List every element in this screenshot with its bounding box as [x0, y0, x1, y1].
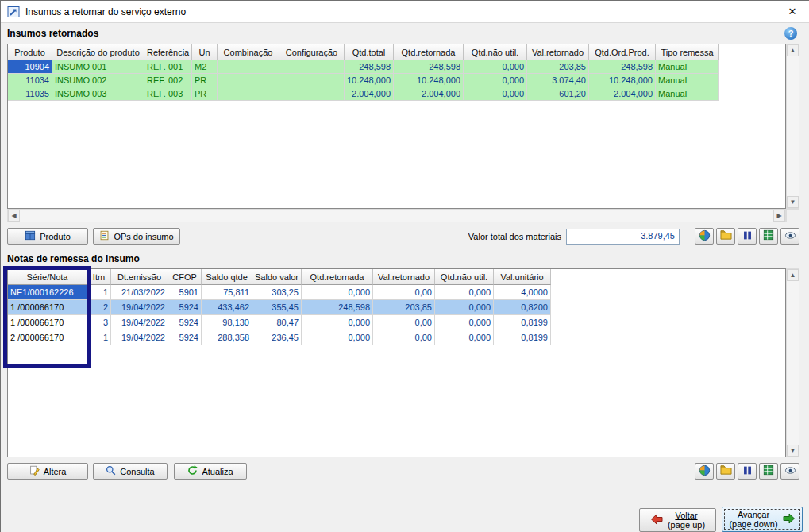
table-cell[interactable]: 2.004,000 — [394, 87, 464, 101]
table-cell[interactable]: 19/04/2022 — [111, 300, 168, 315]
column-header[interactable]: Qtd.Ord.Prod. — [589, 44, 656, 60]
table-row[interactable]: 10904INSUMO 001REF. 001M2248,598248,5980… — [8, 60, 719, 74]
table-cell[interactable]: 2 — [87, 300, 111, 315]
table-cell[interactable]: 0,000 — [464, 60, 527, 74]
table-cell[interactable]: Manual — [656, 87, 719, 101]
table-cell[interactable]: 0,000 — [302, 285, 373, 300]
table-cell[interactable]: INSUMO 002 — [52, 74, 144, 87]
table-cell[interactable]: 5924 — [168, 300, 202, 315]
table-cell[interactable]: 98,130 — [202, 315, 252, 330]
table-cell[interactable]: 4,0000 — [494, 285, 551, 300]
table-cell[interactable]: 0,000 — [464, 87, 527, 101]
table-cell[interactable]: 2.004,000 — [345, 87, 394, 101]
table-cell[interactable] — [218, 87, 279, 101]
columns-config-button[interactable] — [738, 228, 757, 245]
column-header[interactable]: Itm — [87, 269, 111, 285]
table-cell[interactable]: 203,85 — [373, 300, 435, 315]
table-cell[interactable] — [279, 60, 345, 74]
table-cell[interactable]: 248,598 — [589, 60, 656, 74]
scroll-left-icon[interactable]: ◀ — [8, 210, 20, 222]
atualiza-button[interactable]: Atualiza — [174, 463, 247, 480]
table-row[interactable]: 2 /000066170119/04/20225924288,358236,45… — [8, 330, 551, 345]
table-cell[interactable]: 0,8199 — [494, 330, 551, 345]
consulta-button[interactable]: Consulta — [93, 463, 168, 480]
table-cell[interactable]: 0,000 — [435, 285, 494, 300]
table-cell[interactable]: 5924 — [168, 330, 202, 345]
top-grid-vertical-scrollbar[interactable]: ▲ ▼ — [786, 44, 799, 209]
export-folder-button[interactable] — [716, 228, 735, 245]
table-cell[interactable]: 601,20 — [527, 87, 589, 101]
column-header[interactable]: Qtd.retornada — [394, 44, 464, 60]
table-cell[interactable]: NE1/000162226 — [8, 285, 87, 300]
table-cell[interactable]: 0,00 — [373, 285, 435, 300]
columns-config-button[interactable] — [738, 463, 757, 480]
table-cell[interactable]: 0,000 — [464, 74, 527, 87]
table-cell[interactable]: 203,85 — [527, 60, 589, 74]
table-cell[interactable]: 248,598 — [394, 60, 464, 74]
scroll-up-icon[interactable]: ▲ — [787, 44, 799, 56]
altera-button[interactable]: Altera — [7, 463, 88, 480]
column-header[interactable]: Un — [192, 44, 218, 60]
column-header[interactable]: Produto — [8, 44, 52, 60]
column-header[interactable]: Qtd.não util. — [464, 44, 527, 60]
table-row[interactable]: 11035INSUMO 003REF. 003PR2.004,0002.004,… — [8, 87, 719, 101]
scroll-down-icon[interactable]: ▼ — [787, 445, 799, 457]
table-cell[interactable]: REF. 002 — [144, 74, 192, 87]
table-cell[interactable]: 10904 — [8, 60, 52, 74]
preview-button[interactable] — [780, 463, 799, 480]
sphere-chart-button[interactable] — [695, 228, 714, 245]
table-cell[interactable]: 11034 — [8, 74, 52, 87]
scroll-right-icon[interactable]: ▶ — [773, 210, 785, 222]
preview-button[interactable] — [780, 228, 799, 245]
table-cell[interactable] — [279, 87, 345, 101]
table-cell[interactable]: 0,8200 — [494, 300, 551, 315]
ops-do-insumo-button[interactable]: OPs do insumo — [93, 228, 180, 245]
column-header[interactable]: Saldo valor — [252, 269, 302, 285]
table-cell[interactable]: 19/04/2022 — [111, 330, 168, 345]
excel-export-button[interactable] — [759, 228, 778, 245]
table-cell[interactable]: Manual — [656, 60, 719, 74]
table-cell[interactable]: 80,47 — [252, 315, 302, 330]
column-header[interactable]: Descrição do produto — [52, 44, 144, 60]
column-header[interactable]: Val.unitário — [494, 269, 551, 285]
table-cell[interactable]: Manual — [656, 74, 719, 87]
table-cell[interactable]: 0,000 — [435, 300, 494, 315]
table-cell[interactable]: 1 — [87, 330, 111, 345]
sphere-chart-button[interactable] — [695, 463, 714, 480]
table-cell[interactable]: 75,811 — [202, 285, 252, 300]
column-header[interactable]: Qtd.não util. — [435, 269, 494, 285]
produto-button[interactable]: Produto — [7, 228, 88, 245]
table-cell[interactable]: 1 /000066170 — [8, 300, 87, 315]
table-row[interactable]: 1 /000066170219/04/20225924433,462355,45… — [8, 300, 551, 315]
table-cell[interactable]: REF. 003 — [144, 87, 192, 101]
table-cell[interactable]: 5924 — [168, 315, 202, 330]
column-header[interactable]: Tipo remessa — [656, 44, 719, 60]
table-cell[interactable]: 21/03/2022 — [111, 285, 168, 300]
table-cell[interactable]: 1 /000066170 — [8, 315, 87, 330]
column-header[interactable]: Série/Nota — [8, 269, 87, 285]
table-cell[interactable]: 355,45 — [252, 300, 302, 315]
help-icon[interactable]: ? — [784, 27, 797, 40]
column-header[interactable]: Qtd.retornada — [302, 269, 373, 285]
table-cell[interactable]: PR — [192, 74, 218, 87]
close-button[interactable]: ✕ — [775, 1, 809, 22]
table-cell[interactable] — [218, 74, 279, 87]
table-cell[interactable]: 0,000 — [302, 330, 373, 345]
table-cell[interactable]: 433,462 — [202, 300, 252, 315]
export-folder-button[interactable] — [716, 463, 735, 480]
scroll-down-icon[interactable]: ▼ — [787, 196, 799, 208]
scroll-up-icon[interactable]: ▲ — [787, 269, 799, 281]
table-cell[interactable]: 10.248,000 — [589, 74, 656, 87]
table-cell[interactable]: 236,45 — [252, 330, 302, 345]
table-cell[interactable]: 288,358 — [202, 330, 252, 345]
table-cell[interactable]: 1 — [87, 285, 111, 300]
column-header[interactable]: Dt.emissão — [111, 269, 168, 285]
table-cell[interactable]: 0,00 — [373, 315, 435, 330]
column-header[interactable]: Referência — [144, 44, 192, 60]
column-header[interactable]: Val.retornado — [373, 269, 435, 285]
table-cell[interactable]: 248,598 — [345, 60, 394, 74]
avancar-button[interactable]: Avançar (page down) — [722, 507, 803, 532]
table-cell[interactable]: REF. 001 — [144, 60, 192, 74]
table-cell[interactable]: INSUMO 001 — [52, 60, 144, 74]
top-grid-horizontal-scrollbar[interactable]: ◀ ▶ — [7, 209, 786, 222]
